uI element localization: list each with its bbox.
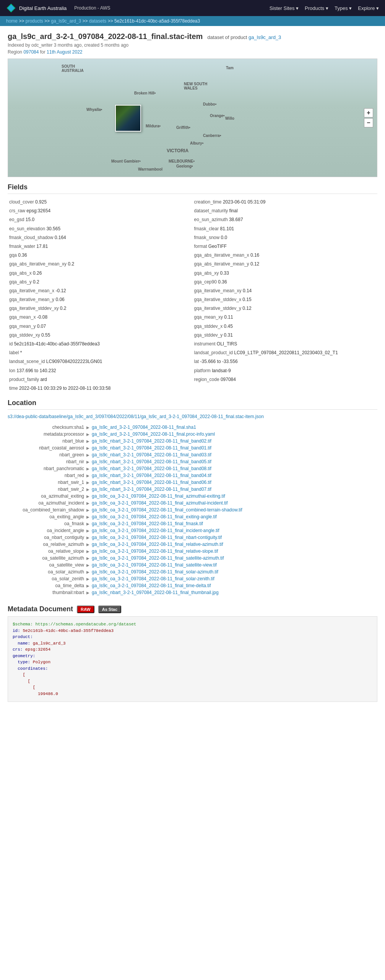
file-link-oa-rel-slope[interactable]: ga_ls9c_oa_3-2-1_097084_2022-08-11_final… bbox=[92, 549, 218, 554]
file-link-nbart-panch[interactable]: ga_ls9c_nbart_3-2-1_097084_2022-08-11_fi… bbox=[92, 466, 211, 471]
file-key-oa-solar-az: oa_solar_azimuth bbox=[8, 569, 84, 575]
site-logo[interactable]: Digital Earth Australia bbox=[6, 3, 67, 13]
stac-button[interactable]: As Stac bbox=[98, 606, 121, 613]
map-zoom-controls: + − bbox=[364, 108, 373, 127]
breadcrumb-product[interactable]: ga_ls9c_ard_3 bbox=[51, 18, 81, 24]
file-link-nbart-coastal[interactable]: ga_ls9c_nbart_3-2-1_097084_2022-08-11_fi… bbox=[92, 445, 211, 451]
file-link-oa-time-delta[interactable]: ga_ls9c_oa_3-2-1_097084_2022-08-11_final… bbox=[92, 583, 211, 588]
product-link[interactable]: ga_ls9c_ard_3 bbox=[249, 34, 281, 40]
arrow-icon: ▶ bbox=[86, 556, 89, 560]
file-key-nbart-swir2: nbart_swir_2 bbox=[8, 487, 84, 492]
file-link-oa-inc-angle[interactable]: ga_ls9c_oa_3-2-1_097084_2022-08-11_final… bbox=[92, 528, 219, 533]
arrow-icon: ▶ bbox=[86, 467, 89, 471]
map-zoom-out[interactable]: − bbox=[364, 118, 373, 127]
arrow-icon: ▶ bbox=[86, 446, 89, 450]
file-link-oa-exit-angle[interactable]: ga_ls9c_oa_3-2-1_097084_2022-08-11_final… bbox=[92, 514, 217, 519]
file-link-oa-sat-az[interactable]: ga_ls9c_oa_3-2-1_097084_2022-08-11_final… bbox=[92, 555, 224, 561]
region-id-link[interactable]: 097084 bbox=[23, 49, 39, 55]
map-container: SOUTHAUSTRALIA NEW SOUTHWALES Broken Hil… bbox=[8, 59, 377, 177]
meta-region: Region 097084 for 11th August 2022 bbox=[8, 49, 377, 55]
file-link-nbart-green[interactable]: ga_ls9c_nbart_3-2-1_097084_2022-08-11_fi… bbox=[92, 452, 211, 457]
file-link-nbart-blue[interactable]: ga_ls9c_nbart_3-2-1_097084_2022-08-11_fi… bbox=[92, 438, 211, 444]
field-lat: lat -35.666 to -33.556 bbox=[193, 357, 378, 366]
metadata-doc-header: Metadata Document RAW As Stac bbox=[8, 605, 377, 613]
arrow-icon: ▶ bbox=[86, 549, 89, 553]
logo-icon bbox=[6, 3, 16, 13]
file-key-oa-rel-az: oa_relative_azimuth bbox=[8, 542, 84, 547]
field-fmask-clear: fmask_clear 81.101 bbox=[193, 225, 378, 233]
explore-dropdown[interactable]: Explore bbox=[358, 5, 379, 11]
types-dropdown[interactable]: Types bbox=[335, 5, 352, 11]
file-key-nbart-blue: nbart_blue bbox=[8, 438, 84, 444]
map-label-warrnambool: Warrnambool bbox=[138, 167, 162, 171]
file-link-oa-comb-terrain[interactable]: ga_ls9c_oa_3-2-1_097084_2022-08-11_final… bbox=[92, 507, 242, 513]
field-gqa-stddev-x: gqa_stddev_x 0.45 bbox=[193, 322, 378, 331]
file-link-nbart-swir2[interactable]: ga_ls9c_nbart_3-2-1_097084_2022-08-11_fi… bbox=[92, 487, 211, 492]
field-gqa-stddev-y: gqa_stddev_y 0.31 bbox=[193, 331, 378, 340]
products-dropdown[interactable]: Products bbox=[305, 5, 328, 11]
file-row: checksum:sha1 ▶ ga_ls9c_ard_3-2-1_097084… bbox=[8, 424, 377, 431]
field-crs-raw: crs_raw epsg:32654 bbox=[8, 207, 193, 215]
file-key-oa-solar-zen: oa_solar_zenith bbox=[8, 576, 84, 581]
field-gqa-mean-xy: gqa_mean_xy 0.11 bbox=[193, 313, 378, 322]
map-label-mtgambier: Mount Gambier• bbox=[111, 159, 141, 163]
file-link-oa-sat-view[interactable]: ga_ls9c_oa_3-2-1_097084_2022-08-11_final… bbox=[92, 562, 217, 568]
file-link-oa-az-exit[interactable]: ga_ls9c_oa_3-2-1_097084_2022-08-11_final… bbox=[92, 493, 225, 499]
region-date-link[interactable]: 11th August 2022 bbox=[47, 49, 82, 55]
s3-location-link[interactable]: s3://dea-public-data/baseline/ga_ls9c_ar… bbox=[8, 414, 264, 419]
field-cloud-cover: cloud_cover 0.925 bbox=[8, 198, 193, 207]
fields-left-col: cloud_cover 0.925 crs_raw epsg:32654 eo_… bbox=[8, 198, 193, 393]
title-row: ga_ls9c_ard_3-2-1_097084_2022-08-11_fina… bbox=[8, 32, 377, 41]
file-link-thumb-nbart[interactable]: ga_ls9c_nbart_3-2-1_097084_2022-08-11_fi… bbox=[92, 590, 219, 595]
field-instrument: instrument OLI_TIRS bbox=[193, 340, 378, 348]
file-key-metadata: metadata:processor bbox=[8, 431, 84, 437]
file-link-oa-nbart-cont[interactable]: ga_ls9c_oa_3-2-1_097084_2022-08-11_final… bbox=[92, 535, 222, 540]
arrow-icon: ▶ bbox=[86, 515, 89, 519]
file-link-metadata[interactable]: ga_ls9c_ard_3-2-1_097084_2022-08-11_fina… bbox=[92, 431, 215, 437]
file-link-oa-solar-zen[interactable]: ga_ls9c_oa_3-2-1_097084_2022-08-11_final… bbox=[92, 576, 214, 581]
file-link-nbart-red[interactable]: ga_ls9c_nbart_3-2-1_097084_2022-08-11_fi… bbox=[92, 473, 211, 478]
file-link-oa-rel-az[interactable]: ga_ls9c_oa_3-2-1_097084_2022-08-11_final… bbox=[92, 542, 223, 547]
map-label-victoria: VICTORIA bbox=[167, 148, 188, 153]
field-gqa-cep90: gqa_cep90 0.36 bbox=[193, 278, 378, 287]
file-row: oa_time_delta ▶ ga_ls9c_oa_3-2-1_097084_… bbox=[8, 582, 377, 589]
arrow-icon: ▶ bbox=[86, 591, 89, 595]
logo-text: Digital Earth Australia bbox=[19, 5, 67, 11]
breadcrumb-home[interactable]: home bbox=[6, 18, 18, 24]
file-key-oa-fmask: oa_fmask bbox=[8, 521, 84, 526]
file-link-oa-solar-az[interactable]: ga_ls9c_oa_3-2-1_097084_2022-08-11_final… bbox=[92, 569, 218, 575]
field-gqa-mean-x: gqa_mean_x -0.08 bbox=[8, 313, 193, 322]
file-row: nbart_panchromatic ▶ ga_ls9c_nbart_3-2-1… bbox=[8, 465, 377, 472]
raw-button[interactable]: RAW bbox=[77, 606, 94, 613]
map-label-canberra: Canberra• bbox=[203, 133, 221, 138]
breadcrumb-products[interactable]: products bbox=[26, 18, 43, 24]
file-row: oa_exiting_angle ▶ ga_ls9c_oa_3-2-1_0970… bbox=[8, 513, 377, 520]
map-label-albury: Albury• bbox=[190, 141, 203, 145]
file-row: oa_solar_zenith ▶ ga_ls9c_oa_3-2-1_09708… bbox=[8, 575, 377, 582]
file-link-nbart-nir[interactable]: ga_ls9c_nbart_3-2-1_097084_2022-08-11_fi… bbox=[92, 459, 211, 464]
breadcrumb-datasets[interactable]: datasets bbox=[89, 18, 106, 24]
field-gqa: gqa 0.36 bbox=[8, 251, 193, 260]
file-row: oa_fmask ▶ ga_ls9c_oa_3-2-1_097084_2022-… bbox=[8, 520, 377, 527]
metadata-code-block: $schema: https://schemas.opendatacube.or… bbox=[8, 616, 377, 702]
arrow-icon: ▶ bbox=[86, 529, 89, 533]
file-link-oa-fmask[interactable]: ga_ls9c_oa_3-2-1_097084_2022-08-11_final… bbox=[92, 521, 203, 526]
map-label-whyalla: Whyalla• bbox=[86, 107, 102, 112]
file-key-nbart-coastal: nbart_coastal_aerosol bbox=[8, 445, 84, 451]
map-zoom-in[interactable]: + bbox=[364, 108, 373, 117]
arrow-icon: ▶ bbox=[86, 460, 89, 464]
field-time: time 2022-08-11 00:33:29 to 2022-08-11 0… bbox=[8, 384, 193, 393]
file-link-checksum[interactable]: ga_ls9c_ard_3-2-1_097084_2022-08-11_fina… bbox=[92, 425, 196, 430]
env-label: Production - AWS bbox=[74, 5, 110, 11]
file-link-nbart-swir1[interactable]: ga_ls9c_nbart_3-2-1_097084_2022-08-11_fi… bbox=[92, 480, 211, 485]
file-link-oa-az-inc[interactable]: ga_ls9c_oa_3-2-1_097084_2022-08-11_final… bbox=[92, 500, 228, 506]
file-key-oa-exit-angle: oa_exiting_angle bbox=[8, 514, 84, 519]
arrow-icon: ▶ bbox=[86, 425, 89, 430]
arrow-icon: ▶ bbox=[86, 487, 89, 492]
arrow-icon: ▶ bbox=[86, 432, 89, 436]
map-label-orange: Orange• bbox=[210, 114, 225, 118]
sister-sites-dropdown[interactable]: Sister Sites bbox=[270, 5, 299, 11]
file-row: nbart_red ▶ ga_ls9c_nbart_3-2-1_097084_2… bbox=[8, 472, 377, 479]
map-background[interactable]: SOUTHAUSTRALIA NEW SOUTHWALES Broken Hil… bbox=[8, 59, 377, 177]
field-eo-sun-azimuth: eo_sun_azimuth 38.687 bbox=[193, 215, 378, 224]
